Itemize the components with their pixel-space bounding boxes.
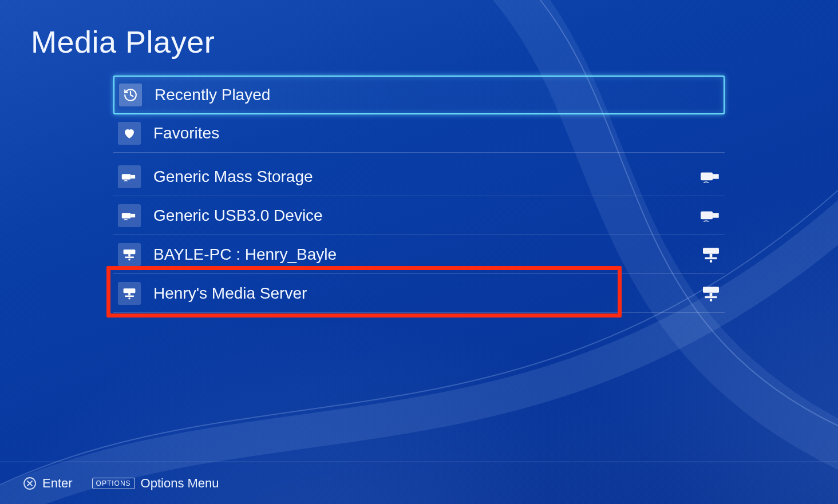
svg-rect-10: [125, 256, 134, 258]
list-item-recently-played[interactable]: Recently Played: [113, 76, 725, 114]
svg-rect-6: [701, 211, 713, 219]
hint-enter: Enter: [23, 476, 73, 491]
network-icon: [118, 282, 141, 305]
network-icon: [699, 284, 722, 303]
list-item-label: Favorites: [153, 124, 725, 142]
history-icon: [119, 84, 142, 106]
svg-rect-9: [128, 254, 130, 256]
usb-icon: [699, 207, 722, 225]
source-list: Recently Played Favorites Generic Mass S…: [113, 76, 725, 313]
svg-rect-0: [122, 174, 131, 179]
hint-enter-label: Enter: [42, 476, 73, 491]
svg-rect-1: [131, 174, 135, 178]
svg-point-11: [128, 258, 130, 260]
svg-point-19: [128, 297, 130, 299]
svg-rect-16: [124, 288, 136, 293]
svg-rect-7: [713, 213, 719, 217]
svg-rect-13: [710, 253, 713, 257]
svg-point-23: [710, 299, 713, 301]
heart-icon: [118, 122, 141, 145]
svg-rect-21: [710, 292, 713, 296]
usb-icon: [118, 165, 141, 188]
footer-hints: Enter OPTIONS Options Menu: [0, 462, 838, 504]
list-item-favorites[interactable]: Favorites: [113, 114, 725, 153]
list-item-label: Generic Mass Storage: [153, 168, 699, 186]
list-item-bayle-pc[interactable]: BAYLE-PC : Henry_Bayle: [113, 235, 725, 274]
svg-rect-22: [705, 296, 717, 298]
svg-rect-18: [125, 295, 134, 297]
svg-rect-12: [703, 248, 719, 254]
options-badge: OPTIONS: [92, 478, 135, 489]
list-item-label: Generic USB3.0 Device: [153, 207, 699, 225]
list-item-usb3-device[interactable]: Generic USB3.0 Device: [113, 196, 725, 235]
list-item-label: Recently Played: [155, 86, 724, 104]
svg-rect-17: [128, 293, 130, 295]
cross-button-icon: [23, 477, 37, 490]
list-item-label: Henry's Media Server: [153, 284, 699, 303]
usb-icon: [118, 204, 141, 227]
network-icon: [118, 243, 141, 266]
hint-options: OPTIONS Options Menu: [92, 476, 219, 491]
hint-options-label: Options Menu: [141, 476, 219, 491]
usb-icon: [699, 168, 722, 186]
svg-rect-8: [124, 249, 136, 254]
list-item-henrys-media-server[interactable]: Henry's Media Server: [113, 274, 725, 313]
svg-rect-20: [703, 287, 719, 293]
network-icon: [699, 245, 722, 264]
svg-point-15: [710, 260, 713, 263]
svg-rect-14: [705, 257, 717, 259]
page-title: Media Player: [31, 24, 215, 59]
list-item-mass-storage[interactable]: Generic Mass Storage: [113, 157, 725, 196]
svg-rect-2: [701, 172, 713, 180]
svg-rect-4: [122, 213, 131, 218]
list-item-label: BAYLE-PC : Henry_Bayle: [153, 245, 699, 264]
svg-rect-3: [713, 174, 719, 178]
svg-rect-5: [131, 213, 135, 217]
